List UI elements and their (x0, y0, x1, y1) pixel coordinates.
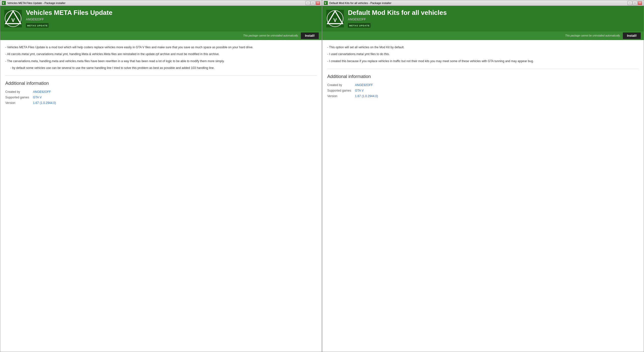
window-title-1: Vehicles META Files Update - Package ins… (7, 2, 306, 5)
maximize-button-2[interactable]: □ (633, 1, 637, 5)
desc2-line-1: - This option will set all vehicles on t… (327, 45, 639, 50)
app-header-2: V Default Mod Kits for all vehicles ANGE… (322, 6, 644, 31)
app-author-1: ANGE92OFF (26, 18, 318, 21)
desc-line-3: - The carvariations.meta, handling.meta … (5, 59, 317, 64)
description-1: - Vehicles META Files Update is a mod to… (5, 45, 317, 70)
app-author-2: ANGE92OFF (348, 18, 640, 21)
supported-row-2: Supported games GTA V (327, 89, 639, 92)
minimize-button-1[interactable]: ─ (306, 1, 310, 5)
version-row-2: Version 1.67 (1.0.2944.0) (327, 94, 639, 98)
svg-text:METAS UPDATE: METAS UPDATE (349, 24, 370, 27)
gta-logo-2: V (326, 10, 344, 27)
info-table-1: Created by ANGE92OFF Supported games GTA… (5, 90, 317, 105)
window-1: V Vehicles META Files Update - Package i… (0, 0, 322, 352)
svg-text:V: V (333, 17, 337, 23)
desc-line-2: - All carcols.meta/.ymt, carvariations.m… (5, 52, 317, 57)
desc-line-1: - Vehicles META Files Update is a mod to… (5, 45, 317, 50)
supported-value-1: GTA V (33, 96, 42, 99)
app-title-2: Default Mod Kits for all vehicles (348, 9, 640, 17)
supported-label-1: Supported games (5, 96, 33, 99)
window-2: V Default Mod Kits for all vehicles - Pa… (322, 0, 644, 352)
close-button-2[interactable]: ✕ (638, 1, 642, 5)
window-title-2: Default Mod Kits for all vehicles - Pack… (329, 2, 628, 5)
desc2-line-3: - I created this because if you replace … (327, 59, 639, 64)
version-label-2: Version (327, 94, 355, 98)
created-by-value-2: ANGE92OFF (355, 83, 373, 87)
version-value-1: 1.67 (1.0.2944.0) (33, 101, 56, 105)
app-header-1: V Vehicles META Files Update ANGE92OFF M… (0, 6, 322, 31)
created-by-value-1: ANGE92OFF (33, 90, 51, 94)
svg-text:V: V (3, 2, 4, 5)
info-table-2: Created by ANGE92OFF Supported games GTA… (327, 83, 639, 98)
app-title-1: Vehicles META Files Update (26, 9, 318, 17)
install-button-2[interactable]: Install! (623, 32, 641, 39)
svg-text:V: V (325, 2, 326, 5)
created-by-label-1: Created by (5, 90, 33, 94)
description-2: - This option will set all vehicles on t… (327, 45, 639, 64)
version-row-1: Version 1.67 (1.0.2944.0) (5, 101, 317, 105)
app-title-area-1: Vehicles META Files Update ANGE92OFF MET… (26, 9, 318, 28)
supported-label-2: Supported games (327, 89, 355, 92)
title-bar-2: V Default Mod Kits for all vehicles - Pa… (322, 0, 644, 6)
svg-text:V: V (11, 17, 15, 23)
title-bar-controls-2: ─ □ ✕ (628, 1, 642, 5)
desc-line-4: - by default some vehicles use can be se… (10, 66, 317, 70)
gta-logo-1: V (4, 10, 22, 27)
window-icon-2: V (324, 1, 328, 5)
divider-2 (327, 69, 639, 69)
version-value-2: 1.67 (1.0.2944.0) (355, 94, 378, 98)
minimize-button-2[interactable]: ─ (628, 1, 632, 5)
toolbar-2: This package cannot be uninstalled autom… (322, 31, 644, 40)
svg-text:METAS UPDATE: METAS UPDATE (27, 24, 48, 27)
additional-info-title-2: Additional information (327, 74, 639, 79)
title-bar-1: V Vehicles META Files Update - Package i… (0, 0, 322, 6)
version-label-1: Version (5, 101, 33, 105)
created-by-row-2: Created by ANGE92OFF (327, 83, 639, 87)
supported-row-1: Supported games GTA V (5, 96, 317, 99)
divider-1 (5, 75, 317, 76)
title-bar-controls-1: ─ □ ✕ (306, 1, 320, 5)
supported-value-2: GTA V (355, 89, 364, 92)
created-by-label-2: Created by (327, 83, 355, 87)
maximize-button-1[interactable]: □ (311, 1, 315, 5)
content-1: - Vehicles META Files Update is a mod to… (0, 40, 322, 352)
app-title-area-2: Default Mod Kits for all vehicles ANGE92… (348, 9, 640, 28)
window-icon-1: V (2, 1, 6, 5)
uninstall-note-2: This package cannot be uninstalled autom… (565, 34, 620, 37)
toolbar-1: This package cannot be uninstalled autom… (0, 31, 322, 40)
created-by-row-1: Created by ANGE92OFF (5, 90, 317, 94)
content-2: - This option will set all vehicles on t… (322, 40, 644, 352)
close-button-1[interactable]: ✕ (316, 1, 320, 5)
install-button-1[interactable]: Install! (301, 32, 319, 39)
additional-info-title-1: Additional information (5, 81, 317, 86)
desc2-line-2: - I used carvartations.meta/.ymt files t… (327, 52, 639, 57)
uninstall-note-1: This package cannot be uninstalled autom… (243, 34, 298, 37)
